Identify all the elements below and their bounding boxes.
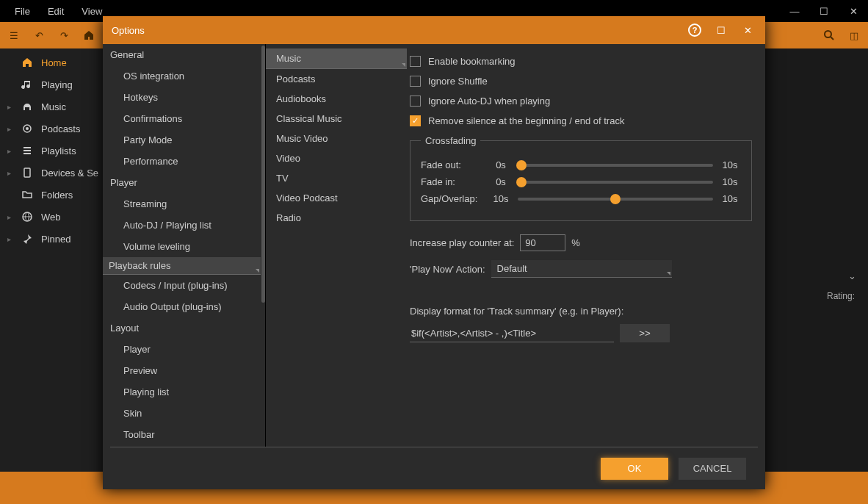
category-codecs-input-plug-ins-[interactable]: Codecs / Input (plug-ins) xyxy=(103,275,261,296)
display-format-input[interactable] xyxy=(410,325,614,342)
category-tree: GeneralOS integrationHotkeysConfirmation… xyxy=(103,44,266,447)
sidebar-item-label: Folders xyxy=(41,190,73,201)
checkbox-label: Enable bookmarking xyxy=(428,56,516,67)
media-type-classical-music[interactable]: Classical Music xyxy=(266,109,407,129)
category-streaming[interactable]: Streaming xyxy=(103,193,261,215)
slider-thumb[interactable] xyxy=(610,194,621,204)
slider-label: Gap/Overlap: xyxy=(421,193,484,204)
sidebar-item-label: Devices & Se xyxy=(41,168,98,179)
search-icon[interactable] xyxy=(821,27,837,43)
play-counter-input[interactable] xyxy=(520,234,565,251)
category-preview[interactable]: Preview xyxy=(103,360,261,381)
remove-silence-checkbox[interactable]: ✓ Remove silence at the beginning / end … xyxy=(410,111,752,131)
chevron-down-icon[interactable]: ⌄ xyxy=(848,270,856,281)
media-type-audiobooks[interactable]: Audiobooks xyxy=(266,89,407,109)
ignore-shuffle-checkbox[interactable]: Ignore Shuffle xyxy=(410,71,752,91)
redo-icon[interactable]: ↷ xyxy=(56,27,72,43)
slider-label: Fade out: xyxy=(421,159,484,170)
slider-max: 10s xyxy=(719,176,741,187)
slider-min: 10s xyxy=(490,193,512,204)
media-type-video[interactable]: Video xyxy=(266,148,407,168)
category-auto-dj-playing-list[interactable]: Auto-DJ / Playing list xyxy=(103,215,261,236)
ok-button[interactable]: OK xyxy=(601,458,668,480)
category-confirmations[interactable]: Confirmations xyxy=(103,108,261,129)
category-player[interactable]: Player xyxy=(103,339,261,360)
category-volume-leveling[interactable]: Volume leveling xyxy=(103,236,261,257)
svg-text:?: ? xyxy=(692,26,698,35)
home-icon[interactable] xyxy=(81,27,97,43)
help-icon[interactable]: ? xyxy=(686,21,704,39)
scrollbar-thumb[interactable] xyxy=(261,46,265,303)
category-player[interactable]: Player xyxy=(103,172,261,193)
media-type-video-podcast[interactable]: Video Podcast xyxy=(266,188,407,208)
media-type-list: MusicPodcastsAudiobooksClassical MusicMu… xyxy=(266,44,407,447)
dialog-title: Options xyxy=(112,25,145,36)
note-icon xyxy=(21,78,34,91)
svg-point-2 xyxy=(26,127,29,130)
category-playback-rules[interactable]: Playback rules xyxy=(103,257,261,275)
slider-min: 0s xyxy=(490,176,512,187)
category-os-integration[interactable]: OS integration xyxy=(103,65,261,87)
category-performance[interactable]: Performance xyxy=(103,151,261,172)
crossfading-legend: Crossfading xyxy=(421,135,480,146)
chevron-right-icon: ▸ xyxy=(7,125,11,133)
pin-icon xyxy=(21,232,34,245)
playnow-select[interactable]: Default xyxy=(491,260,672,278)
category-toolbar[interactable]: Toolbar xyxy=(103,424,261,445)
cancel-button[interactable]: CANCEL xyxy=(679,458,746,480)
expand-format-button[interactable]: >> xyxy=(620,324,670,342)
ignore-autodj-checkbox[interactable]: Ignore Auto-DJ when playing xyxy=(410,91,752,111)
category-general[interactable]: General xyxy=(103,44,261,65)
media-type-radio[interactable]: Radio xyxy=(266,208,407,228)
rating-label: Rating: xyxy=(827,291,855,301)
svg-line-1 xyxy=(831,37,833,40)
category-skin[interactable]: Skin xyxy=(103,403,261,424)
pod-icon xyxy=(21,122,34,135)
media-type-music[interactable]: Music xyxy=(266,48,407,69)
slider-track[interactable] xyxy=(518,181,713,184)
category-library[interactable]: Library xyxy=(103,445,261,447)
category-party-mode[interactable]: Party Mode xyxy=(103,129,261,151)
slider-fade-out-: Fade out:0s10s xyxy=(421,159,741,170)
dialog-maximize-icon[interactable]: ☐ xyxy=(712,21,730,39)
sidebar-item-label: Playlists xyxy=(41,145,76,156)
category-audio-output-plug-ins-[interactable]: Audio Output (plug-ins) xyxy=(103,296,261,317)
slider-thumb[interactable] xyxy=(516,177,527,187)
checkbox-label: Ignore Auto-DJ when playing xyxy=(428,96,550,107)
category-hotkeys[interactable]: Hotkeys xyxy=(103,87,261,108)
menu-file[interactable]: File xyxy=(7,3,37,20)
display-format-label: Display format for 'Track summary' (e.g.… xyxy=(410,303,752,320)
media-type-podcasts[interactable]: Podcasts xyxy=(266,69,407,89)
options-dialog: Options ? ☐ ✕ GeneralOS integrationHotke… xyxy=(103,16,765,489)
hamburger-icon[interactable]: ☰ xyxy=(6,27,22,43)
checkbox-label: Ignore Shuffle xyxy=(428,76,488,87)
undo-icon[interactable]: ↶ xyxy=(31,27,47,43)
chevron-right-icon: ▸ xyxy=(7,235,11,243)
panel-icon[interactable]: ◫ xyxy=(846,27,862,43)
enable-bookmarking-checkbox[interactable]: Enable bookmarking xyxy=(410,51,752,71)
dialog-close-icon[interactable]: ✕ xyxy=(739,21,756,39)
category-layout[interactable]: Layout xyxy=(103,317,261,339)
category-playing-list[interactable]: Playing list xyxy=(103,381,261,403)
svg-point-0 xyxy=(825,31,831,37)
sidebar-item-label: Pinned xyxy=(41,234,70,245)
head-icon xyxy=(21,100,34,113)
slider-label: Fade in: xyxy=(421,176,484,187)
web-icon xyxy=(21,210,34,223)
media-type-music-video[interactable]: Music Video xyxy=(266,129,407,148)
slider-max: 10s xyxy=(719,193,741,204)
slider-track[interactable] xyxy=(518,164,713,167)
checkbox-label: Remove silence at the beginning / end of… xyxy=(428,115,624,126)
settings-panel: Enable bookmarking Ignore Shuffle Ignore… xyxy=(407,44,765,447)
chevron-right-icon: ▸ xyxy=(7,213,11,221)
close-icon[interactable]: ✕ xyxy=(839,0,868,22)
menu-edit[interactable]: Edit xyxy=(40,3,71,20)
sidebar-item-label: Playing xyxy=(41,79,73,90)
slider-track[interactable] xyxy=(518,198,713,201)
minimize-icon[interactable]: — xyxy=(780,0,809,22)
maximize-icon[interactable]: ☐ xyxy=(809,0,839,22)
media-type-tv[interactable]: TV xyxy=(266,168,407,188)
dialog-titlebar: Options ? ☐ ✕ xyxy=(103,16,765,44)
dialog-footer: OK CANCEL xyxy=(110,447,758,489)
slider-thumb[interactable] xyxy=(516,160,527,170)
